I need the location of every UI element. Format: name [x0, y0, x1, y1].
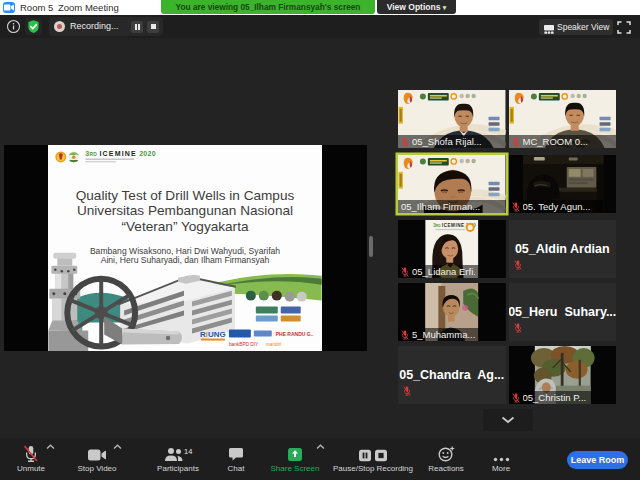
participant-tile[interactable]: 05_Heru Suhary...	[509, 283, 617, 342]
participant-tile[interactable]: 05. Tedy Agun...	[509, 155, 617, 214]
recording-indicator-group: Recording...	[49, 17, 163, 36]
svg-text:PHE RANDU G..: PHE RANDU G..	[276, 330, 314, 336]
participant-tile[interactable]: 05_Shofa Rijal...	[398, 90, 506, 149]
participant-name: 05_Aldin Ardian	[509, 220, 617, 279]
more-dots-icon	[482, 444, 520, 462]
chat-button[interactable]: Chat	[218, 444, 254, 473]
window-title: Zoom Meeting	[58, 0, 119, 15]
muted-mic-icon	[403, 382, 411, 400]
chat-bubble-icon	[218, 444, 254, 462]
speaker-view-button[interactable]: Speaker View	[539, 19, 613, 35]
participant-tile[interactable]: MC_ROOM 0...	[509, 90, 617, 149]
participant-tile[interactable]: 3RD ICEMINE 2020 05_Lidana Erfi...	[398, 220, 506, 279]
view-options-button[interactable]: View Options ▾	[377, 0, 456, 14]
muted-mic-icon	[401, 326, 409, 342]
main-content-area: 3RD ICEMINE 2020	[0, 38, 640, 438]
participant-name-bar: 5_Muhamma...	[398, 328, 479, 341]
svg-text:bankBPD DIY: bankBPD DIY	[229, 341, 259, 346]
participant-name: MC_ROOM 0...	[523, 136, 588, 147]
shared-screen-area: 3RD ICEMINE 2020	[4, 145, 367, 352]
zoom-app-icon	[3, 2, 15, 13]
participant-name: 05_Heru Suhary...	[509, 283, 617, 342]
participants-button[interactable]: 14 Participants	[150, 444, 206, 473]
participant-name-bar: MC_ROOM 0...	[509, 135, 617, 148]
chevron-down-icon: ▾	[443, 4, 447, 11]
presentation-slide: 3RD ICEMINE 2020	[48, 145, 322, 352]
pause-stop-recording-button[interactable]: Pause/Stop Recording	[332, 444, 414, 473]
muted-mic-icon	[512, 389, 520, 405]
leave-room-button[interactable]: Leave Room	[567, 451, 628, 469]
participant-name: 05_Ilham Firman...	[401, 201, 480, 212]
viewing-screen-banner: You are viewing 05_Ilham Firmansyah's sc…	[161, 0, 375, 14]
participant-name: 05_Shofa Rijal...	[412, 136, 482, 147]
zoom-meeting-window: Room 5 Zoom Meeting You are viewing 05_I…	[0, 0, 640, 480]
share-options-caret[interactable]	[316, 444, 325, 450]
bottom-toolbar: Unmute Stop Video 14 Participants Chat	[0, 438, 640, 480]
pause-stop-recording-icon	[332, 444, 414, 462]
participant-name: 05_Christin P...	[523, 392, 587, 403]
muted-mic-icon	[401, 263, 409, 279]
participant-tile[interactable]: 5_Muhamma...	[398, 283, 506, 342]
participant-tile[interactable]: 05_Aldin Ardian	[509, 220, 617, 279]
participant-name-bar: 05_Shofa Rijal...	[398, 135, 506, 148]
svg-text:14: 14	[184, 447, 192, 456]
reactions-button[interactable]: Reactions	[424, 444, 468, 473]
muted-mic-icon	[512, 198, 520, 214]
participant-tile[interactable]: 05_Ilham Firman...	[398, 155, 506, 214]
participant-name-bar: 05_Christin P...	[509, 391, 593, 404]
reactions-smiley-icon	[424, 444, 468, 462]
recording-dot-icon	[54, 21, 65, 32]
room-name: Room 5	[20, 0, 53, 15]
encryption-shield-icon[interactable]	[25, 18, 42, 35]
participant-name: 05. Tedy Agun...	[523, 201, 591, 212]
more-participants-button[interactable]	[483, 409, 533, 431]
participant-name-bar: 05. Tedy Agun...	[509, 200, 604, 213]
speaker-view-icon	[544, 23, 554, 39]
meeting-info-icon[interactable]	[5, 18, 22, 35]
meeting-info-bar: Recording... Speaker View	[0, 15, 640, 38]
slide-title: Quality Test of Drill Wells in Campus Un…	[48, 188, 322, 235]
more-button[interactable]: More	[482, 444, 520, 473]
panel-drag-handle[interactable]	[369, 236, 373, 257]
recording-status-text: Recording...	[70, 17, 119, 36]
muted-mic-icon	[514, 319, 522, 337]
participants-icon: 14	[150, 444, 206, 462]
participant-tile[interactable]: 05_Christin P...	[509, 346, 617, 405]
muted-mic-icon	[514, 256, 522, 274]
participant-tile[interactable]: 05_Chandra Ag...	[398, 346, 506, 405]
mic-options-caret[interactable]	[46, 444, 55, 450]
svg-text:RiUNG: RiUNG	[200, 329, 226, 338]
participant-name: 05_Lidana Erfi...	[412, 266, 475, 277]
muted-mic-icon	[512, 133, 520, 149]
muted-mic-icon	[401, 133, 409, 149]
video-options-caret[interactable]	[113, 444, 122, 450]
fullscreen-icon[interactable]	[617, 20, 631, 33]
slide-authors: Bambang Wisaksono, Hari Dwi Wahyudi, Sya…	[48, 247, 322, 266]
stop-recording-icon[interactable]	[147, 21, 159, 33]
slide-header-logos: 3RD ICEMINE 2020	[55, 150, 156, 162]
svg-text:3RD ICEMINE 2020: 3RD ICEMINE 2020	[85, 150, 156, 157]
participant-name: 05_Chandra Ag...	[398, 346, 506, 405]
svg-text:mandiri: mandiri	[266, 341, 282, 346]
speaker-view-label: Speaker View	[557, 19, 609, 35]
participant-name: 5_Muhamma...	[412, 329, 475, 340]
title-bar: Room 5 Zoom Meeting You are viewing 05_I…	[0, 0, 640, 15]
participant-name-bar: 05_Lidana Erfi...	[398, 265, 479, 278]
pause-recording-icon[interactable]	[131, 21, 143, 33]
participant-name-bar: 05_Ilham Firman...	[398, 200, 506, 213]
